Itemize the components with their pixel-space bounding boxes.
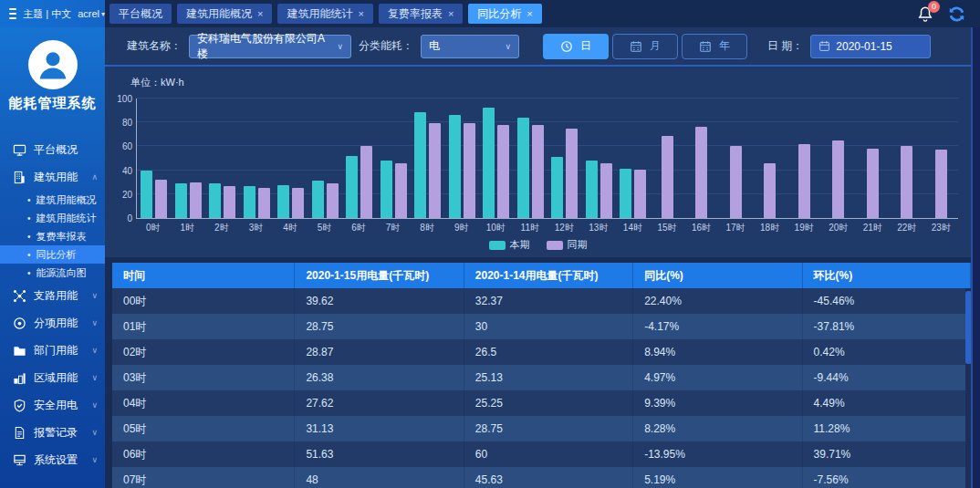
sidebar-subitem-能源流向图[interactable]: •能源流向图: [0, 264, 105, 282]
period-button-月[interactable]: 月: [612, 34, 678, 59]
sidebar-subitem-建筑用能统计[interactable]: •建筑用能统计: [0, 209, 105, 227]
bar-current: [244, 186, 255, 218]
chart-legend: 本期同期: [105, 238, 971, 252]
date-value: 2020-01-15: [836, 40, 891, 53]
avatar[interactable]: [28, 40, 78, 89]
table-header-cell: 2020-1-15用电量(千瓦时): [295, 263, 464, 288]
tab-close-icon[interactable]: ×: [448, 8, 454, 19]
sidebar-item-安全用电[interactable]: 安全用电∨: [0, 391, 105, 419]
x-axis-tick-label: 1时: [171, 222, 205, 234]
notification-badge: 0: [928, 1, 940, 13]
sidebar-item-部门用能[interactable]: 部门用能∨: [0, 337, 105, 364]
bar-current: [551, 157, 563, 218]
bar-group-16时: [684, 99, 719, 218]
table-cell: 03时: [112, 365, 295, 390]
energy-type-value: 电: [429, 38, 440, 54]
sidebar-item-报警记录[interactable]: 报警记录∨: [0, 419, 105, 446]
sidebar-item-建筑用能[interactable]: 建筑用能∧: [0, 163, 105, 191]
tab-平台概况[interactable]: 平台概况: [109, 4, 172, 24]
chevron-down-icon: ∨: [505, 42, 511, 51]
sidebar-item-分项用能[interactable]: 分项用能∨: [0, 309, 105, 337]
tab-同比分析[interactable]: 同比分析×: [468, 4, 541, 24]
bar-group-23时: [924, 99, 959, 218]
date-input[interactable]: 2020-01-15: [810, 35, 931, 58]
sidebar-subitem-同比分析[interactable]: •同比分析: [0, 245, 105, 264]
chevron-down-icon: ∨: [91, 428, 98, 437]
period-button-label: 月: [650, 38, 661, 54]
table-cell: 51.63: [295, 441, 464, 467]
tab-close-icon[interactable]: ×: [526, 8, 532, 19]
alarm-icon: [13, 426, 26, 440]
sidebar-item-区域用能[interactable]: 区域用能∨: [0, 364, 105, 391]
y-axis-tick-label: 20: [122, 189, 132, 199]
table-cell: 26.5: [464, 339, 633, 365]
sidebar-item-平台概况[interactable]: 平台概况: [0, 136, 105, 163]
bar-current: [517, 118, 529, 218]
tab-建筑用能统计[interactable]: 建筑用能统计×: [277, 4, 372, 24]
period-button-label: 日: [580, 38, 591, 54]
main-content: 建筑名称： 安科瑞电气股份有限公司A楼 ∨ 分类能耗： 电 ∨ 日月年 日 期：…: [105, 27, 980, 488]
bar-group-18时: [753, 99, 787, 218]
calendar-icon: [818, 40, 830, 52]
period-button-日[interactable]: 日: [543, 34, 609, 59]
refresh-icon[interactable]: [948, 5, 965, 23]
bar-group-22时: [890, 99, 924, 218]
tab-建筑用能概况[interactable]: 建筑用能概况×: [177, 4, 272, 24]
user-menu[interactable]: acrel ▾: [78, 8, 105, 19]
bar-group-6时: [342, 99, 377, 218]
bar-previous: [798, 144, 810, 218]
x-axis-tick-label: 2时: [204, 222, 239, 234]
sidebar-subitem-复费率报表[interactable]: •复费率报表: [0, 227, 105, 245]
topbar-actions: 0: [917, 0, 980, 27]
legend-item-本期[interactable]: 本期: [489, 238, 530, 252]
bar-group-2时: [205, 99, 240, 218]
bar-previous: [224, 186, 235, 218]
chevron-down-icon: ∨: [91, 373, 98, 382]
legend-label: 同期: [568, 238, 588, 252]
y-axis-tick-label: 80: [122, 118, 132, 128]
tab-close-icon[interactable]: ×: [358, 8, 363, 19]
bar-group-5时: [308, 99, 343, 218]
sidebar-item-支路用能[interactable]: 支路用能∨: [0, 282, 105, 309]
user-name: acrel: [78, 8, 99, 19]
bar-group-10时: [479, 99, 514, 218]
menu-toggle-icon[interactable]: [9, 8, 16, 19]
sidebar-item-系统设置[interactable]: 系统设置∨: [0, 446, 105, 473]
x-axis-tick-label: 19时: [787, 222, 821, 234]
bar-previous: [155, 180, 167, 218]
bar-current: [449, 115, 461, 218]
table-cell: 9.39%: [633, 390, 802, 416]
department-icon: [13, 344, 26, 358]
chevron-down-icon: ∨: [91, 455, 98, 464]
chevron-down-icon: ∨: [91, 400, 98, 410]
table-cell: -9.44%: [803, 365, 971, 390]
tab-label: 复费率报表: [388, 6, 443, 22]
theme-language-label[interactable]: 主题 | 中文: [23, 7, 71, 21]
sidebar-subitem-建筑用能概况[interactable]: •建筑用能概况: [0, 191, 105, 209]
building-select[interactable]: 安科瑞电气股份有限公司A楼 ∨: [189, 35, 351, 58]
notification-bell-icon[interactable]: 0: [917, 5, 933, 22]
x-axis-tick-label: 9时: [444, 222, 479, 234]
sidebar-item-label: 安全用电: [34, 398, 84, 413]
x-axis-tick-label: 14时: [616, 222, 651, 234]
chevron-down-icon: ∨: [91, 318, 98, 327]
sidebar-item-label: 平台概况: [34, 142, 98, 158]
table-row: 01时28.7530-4.17%-37.81%: [112, 314, 971, 339]
tab-close-icon[interactable]: ×: [257, 8, 263, 19]
building-name-label: 建筑名称：: [127, 38, 182, 54]
legend-item-同期[interactable]: 同期: [547, 238, 588, 252]
x-axis-tick-label: 10时: [478, 222, 513, 234]
tab-复费率报表[interactable]: 复费率报表×: [379, 4, 463, 24]
period-button-年[interactable]: 年: [682, 34, 747, 59]
table-body: 00时39.6232.3722.40%-45.46%01时28.7530-4.1…: [112, 288, 971, 488]
bar-previous: [662, 136, 673, 218]
sidebar: 能耗管理系统 平台概况建筑用能∧•建筑用能概况•建筑用能统计•复费率报表•同比分…: [0, 27, 105, 488]
bar-previous: [464, 123, 475, 218]
bar-previous: [497, 125, 509, 218]
table-row: 00时39.6232.3722.40%-45.46%: [112, 288, 971, 314]
table-header-cell: 2020-1-14用电量(千瓦时): [464, 263, 633, 288]
sidebar-nav: 平台概况建筑用能∧•建筑用能概况•建筑用能统计•复费率报表•同比分析•能源流向图…: [0, 136, 105, 473]
energy-type-select[interactable]: 电 ∨: [421, 35, 519, 58]
branch-icon: [13, 289, 26, 303]
x-axis-tick-label: 22时: [890, 222, 924, 234]
